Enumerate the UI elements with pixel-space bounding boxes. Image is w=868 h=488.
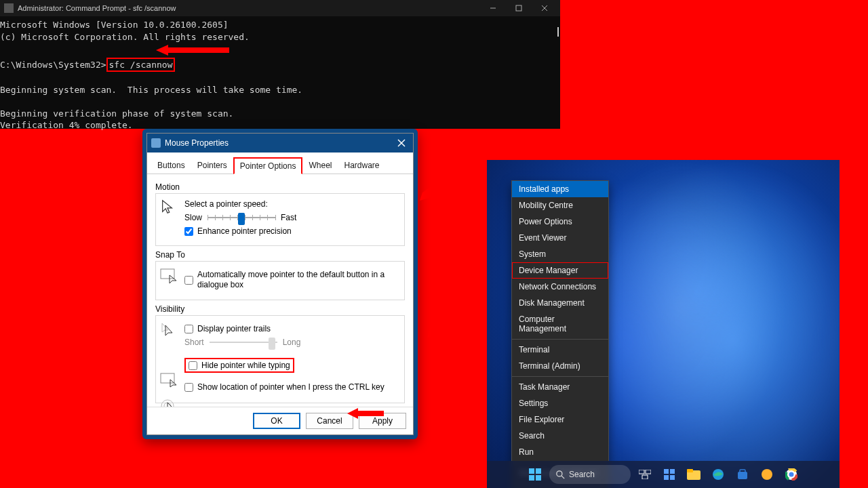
svg-point-34	[762, 469, 772, 480]
visibility-group: Display pointer trails Short Long	[155, 315, 405, 403]
mp-tabstrip: Buttons Pointers Pointer Options Wheel H…	[147, 152, 413, 174]
mp-button-row: OK Cancel Apply	[147, 407, 413, 434]
cmd-command-highlight: sfc /scannow	[106, 58, 176, 73]
task-view-button[interactable]	[635, 464, 655, 485]
snap-label: Snap To	[155, 250, 405, 260]
svg-rect-25	[664, 469, 669, 474]
store-icon[interactable]	[732, 464, 753, 485]
apply-button[interactable]: Apply	[359, 413, 406, 429]
svg-point-20	[557, 470, 562, 476]
speed-label: Select a pointer speed:	[184, 199, 399, 209]
visibility-label: Visibility	[155, 304, 405, 314]
svg-line-21	[561, 476, 564, 479]
motion-label: Motion	[155, 182, 405, 192]
svg-point-39	[789, 472, 794, 477]
tab-pointer-options[interactable]: Pointer Options	[233, 157, 303, 174]
taskbar: Search	[487, 461, 840, 488]
app-icon[interactable]	[757, 464, 777, 485]
cmd-caret	[557, 27, 559, 37]
hide-pointer-checkbox[interactable]: Hide pointer while typing	[189, 361, 290, 370]
trails-checkbox[interactable]: Display pointer trails	[184, 324, 399, 333]
enhance-precision-checkbox[interactable]: Enhance pointer precision	[184, 226, 399, 236]
menu-computer-management[interactable]: Computer Management	[512, 311, 608, 337]
menu-file-explorer[interactable]: File Explorer	[512, 411, 608, 428]
arrow-annotation	[426, 305, 460, 339]
minimize-button[interactable]	[480, 0, 506, 16]
tab-hardware[interactable]: Hardware	[338, 157, 385, 174]
maximize-button[interactable]	[506, 0, 532, 16]
cursor-icon	[160, 199, 178, 217]
menu-terminal[interactable]: Terminal	[512, 342, 608, 358]
svg-rect-26	[670, 469, 675, 474]
svg-rect-28	[670, 475, 675, 480]
svg-rect-16	[529, 468, 534, 474]
chrome-icon[interactable]	[781, 464, 802, 485]
menu-system[interactable]: System	[512, 246, 608, 262]
menu-disk-management[interactable]: Disk Management	[512, 295, 608, 311]
svg-rect-1	[516, 5, 521, 11]
svg-rect-33	[740, 470, 745, 472]
hide-pointer-highlight: Hide pointer while typing	[184, 358, 294, 373]
menu-separator	[512, 339, 608, 340]
menu-task-manager[interactable]: Task Manager	[512, 379, 608, 395]
svg-rect-23	[646, 470, 651, 474]
ctrl-locate-icon	[160, 399, 178, 407]
tab-buttons[interactable]: Buttons	[151, 157, 191, 174]
svg-rect-22	[639, 470, 644, 474]
svg-marker-12	[420, 176, 450, 201]
svg-rect-27	[664, 475, 669, 480]
menu-device-manager[interactable]: Device Manager	[512, 262, 608, 279]
cmd-window: Administrator: Command Prompt - sfc /sca…	[0, 0, 560, 129]
menu-settings[interactable]: Settings	[512, 395, 608, 411]
mp-title: Mouse Properties	[165, 138, 229, 148]
svg-marker-11	[427, 308, 457, 338]
cancel-button[interactable]: Cancel	[306, 413, 353, 429]
mouse-icon	[151, 138, 161, 148]
menu-mobility-centre[interactable]: Mobility Centre	[512, 197, 608, 214]
menu-terminal-admin[interactable]: Terminal (Admin)	[512, 358, 608, 374]
close-icon[interactable]	[394, 136, 409, 150]
widgets-button[interactable]	[659, 464, 679, 485]
winx-menu: Installed apps Mobility Centre Power Opt…	[511, 180, 609, 488]
menu-installed-apps[interactable]: Installed apps	[512, 181, 608, 197]
cmd-titlebar: Administrator: Command Prompt - sfc /sca…	[0, 0, 560, 16]
snap-icon	[160, 267, 178, 285]
arrow-annotation	[418, 174, 452, 201]
search-icon	[556, 470, 565, 479]
ok-button[interactable]: OK	[253, 413, 300, 429]
motion-group: Select a pointer speed: Slow Fast Enhanc…	[155, 193, 405, 246]
menu-network-connections[interactable]: Network Connections	[512, 279, 608, 295]
trails-length-slider: Short Long	[184, 336, 399, 348]
edge-icon[interactable]	[708, 464, 728, 485]
tab-pointers[interactable]: Pointers	[191, 157, 233, 174]
svg-rect-17	[536, 468, 541, 474]
pointer-speed-slider[interactable]: Slow Fast	[184, 211, 399, 224]
svg-rect-18	[529, 475, 534, 481]
cmd-icon	[4, 3, 14, 13]
cmd-title: Administrator: Command Prompt - sfc /sca…	[18, 4, 176, 12]
trails-icon	[160, 321, 178, 339]
snap-checkbox[interactable]: Automatically move pointer to the defaul…	[184, 270, 399, 290]
taskbar-search[interactable]: Search	[549, 465, 631, 484]
svg-rect-24	[642, 475, 648, 479]
menu-separator	[512, 376, 608, 377]
menu-run[interactable]: Run	[512, 444, 608, 460]
tab-wheel[interactable]: Wheel	[302, 157, 338, 174]
svg-rect-19	[536, 475, 541, 481]
close-button[interactable]	[532, 0, 557, 16]
start-button[interactable]	[525, 464, 545, 485]
ctrl-locate-checkbox[interactable]: Show location of pointer when I press th…	[184, 382, 399, 392]
mouse-properties-dialog: Mouse Properties Buttons Pointers Pointe…	[142, 129, 418, 439]
cmd-body: Microsoft Windows [Version 10.0.26100.26…	[0, 16, 560, 131]
snap-group: Automatically move pointer to the defaul…	[155, 261, 405, 300]
hide-icon	[160, 373, 178, 388]
mp-content: Motion Select a pointer speed: Slow Fast	[147, 174, 413, 407]
svg-rect-30	[687, 469, 693, 472]
menu-power-options[interactable]: Power Options	[512, 214, 608, 230]
menu-search[interactable]: Search	[512, 428, 608, 444]
menu-event-viewer[interactable]: Event Viewer	[512, 230, 608, 246]
explorer-icon[interactable]	[684, 464, 704, 485]
mp-titlebar: Mouse Properties	[147, 134, 413, 152]
desktop-panel: Installed apps Mobility Centre Power Opt…	[487, 160, 840, 488]
